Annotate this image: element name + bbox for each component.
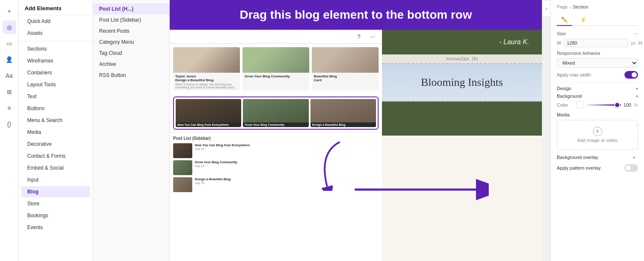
media-placeholder[interactable]: + Add image or video bbox=[557, 120, 638, 150]
assets-item[interactable]: Assets bbox=[21, 28, 90, 39]
color-swatch[interactable] bbox=[576, 101, 584, 109]
minmax-text: minmax(0px, 1fr) bbox=[446, 57, 478, 61]
blooming-section: Blooming Insights bbox=[382, 63, 542, 102]
page-icon-btn[interactable]: ▭ bbox=[3, 37, 16, 50]
sidebar-post-date-0: Sep 23 bbox=[195, 148, 250, 150]
width-input[interactable] bbox=[564, 39, 628, 47]
grid-icon-btn[interactable]: ⊞ bbox=[3, 85, 16, 99]
text-item[interactable]: Text bbox=[21, 91, 90, 102]
post-card-2[interactable]: Beautiful BlogCard bbox=[312, 47, 379, 91]
containers-item[interactable]: Containers bbox=[21, 67, 90, 78]
design-label: Design bbox=[557, 86, 571, 91]
style-tab[interactable]: ✏️ bbox=[557, 14, 572, 26]
h-card-label-1: Grow Your Blog Community bbox=[243, 122, 308, 127]
post-list-h-item[interactable]: Post List (H...) bbox=[93, 3, 169, 14]
breadcrumb: Page › Section bbox=[557, 4, 588, 9]
sidebar-post-img-1 bbox=[173, 160, 192, 175]
h-card-label-0: Now You Can Blog from Everywhere bbox=[176, 122, 241, 127]
canvas-toolbar: ? ··· bbox=[170, 30, 382, 44]
width-unit: px bbox=[631, 40, 636, 45]
post-card-meta-0: When it comes to design, the Wix blog ha… bbox=[173, 83, 240, 91]
store-item[interactable]: Store bbox=[21, 198, 90, 209]
code-icon-btn[interactable]: {} bbox=[3, 117, 16, 131]
width-label: W bbox=[557, 40, 561, 45]
h-card-2: Design a Beautiful Blog bbox=[311, 99, 376, 127]
post-card-1[interactable]: Grow Your Blog Community bbox=[242, 47, 309, 91]
background-row: Background ▾ bbox=[557, 94, 638, 99]
post-list-grid: Taylor JonesDesign a Beautiful Blog When… bbox=[170, 44, 382, 94]
post-card-img-0 bbox=[173, 47, 240, 73]
color-percent: % bbox=[634, 102, 638, 108]
apply-pattern-label: Apply pattern overlay bbox=[557, 165, 624, 170]
apply-max-width-toggle[interactable] bbox=[624, 71, 638, 79]
sidebar-section: Post List (Sidebar) Now You Can Blog fro… bbox=[170, 132, 382, 196]
collapse-right-panel-btn[interactable]: › bbox=[542, 0, 550, 17]
archive-item[interactable]: Archive bbox=[93, 59, 169, 70]
media-label: Media bbox=[557, 112, 638, 117]
minmax-bar: minmax(0px, 1fr) bbox=[382, 54, 542, 63]
tag-cloud-item[interactable]: Tag Cloud bbox=[93, 48, 169, 59]
instruction-banner: Drag this blog element to the bottom row bbox=[170, 0, 542, 30]
bookings-item[interactable]: Bookings bbox=[21, 210, 90, 221]
size-section-label: Size ··· bbox=[557, 31, 638, 36]
highlighted-post-row[interactable]: Now You Can Blog from Everywhere Grow Yo… bbox=[173, 96, 379, 130]
color-slider-thumb bbox=[614, 102, 620, 108]
quick-add-item[interactable]: Quick Add bbox=[21, 16, 90, 27]
blog-item[interactable]: Blog bbox=[21, 186, 90, 197]
behavior-tab[interactable]: ⚡ bbox=[576, 14, 591, 25]
decorative-item[interactable]: Decorative bbox=[21, 139, 90, 150]
font-icon-btn[interactable]: Aa bbox=[3, 69, 16, 82]
elements-icon-btn[interactable]: ◎ bbox=[3, 20, 16, 34]
more-icon[interactable]: ··· bbox=[368, 31, 378, 42]
responsive-select[interactable]: Mixed bbox=[557, 58, 638, 68]
right-panel: Page › Section ✏️ ⚡ Size ··· W px H px R… bbox=[550, 0, 644, 261]
media-item[interactable]: Media bbox=[21, 127, 90, 138]
bg-overlay-row: Background overlay ▾ bbox=[557, 153, 638, 162]
post-card-label-0: Taylor JonesDesign a Beautiful Blog bbox=[173, 73, 240, 83]
post-card-label-1: Grow Your Blog Community bbox=[242, 73, 309, 79]
size-more-icon[interactable]: ··· bbox=[634, 31, 638, 36]
blog-elements-area: ? ··· Taylor JonesDesign a Beautiful Blo… bbox=[170, 30, 382, 261]
background-chevron-icon[interactable]: ▾ bbox=[636, 94, 638, 99]
layout-tools-item[interactable]: Layout Tools bbox=[21, 79, 90, 90]
website-preview: - Laura K. minmax(0px, 1fr) Blooming Ins… bbox=[382, 30, 542, 261]
events-item[interactable]: Events bbox=[21, 222, 90, 233]
h-card-img-2 bbox=[311, 99, 376, 122]
bg-overlay-expand-icon[interactable]: ▾ bbox=[630, 153, 638, 162]
rss-button-item[interactable]: RSS Button bbox=[93, 70, 169, 81]
sections-item[interactable]: Sections bbox=[21, 43, 90, 54]
wireframes-item[interactable]: Wireframes bbox=[21, 55, 90, 66]
sidebar-post-title-2: Design a Beautiful Blog bbox=[195, 177, 231, 182]
buttons-item[interactable]: Buttons bbox=[21, 103, 90, 114]
width-row: W px H px bbox=[557, 39, 638, 47]
h-card-img-1 bbox=[243, 99, 308, 122]
recent-posts-item[interactable]: Recent Posts bbox=[93, 26, 169, 37]
sidebar-post-date-2: Sep 23 bbox=[195, 182, 231, 184]
canvas-content: ? ··· Taylor JonesDesign a Beautiful Blo… bbox=[170, 30, 542, 261]
add-elements-panel: Add Elements Quick Add Assets Sections W… bbox=[19, 0, 93, 261]
add-icon-btn[interactable]: + bbox=[3, 4, 16, 18]
sidebar-post-img-2 bbox=[173, 177, 192, 192]
sidebar-post-img-0 bbox=[173, 143, 192, 158]
contact-forms-item[interactable]: Contact & Forms bbox=[21, 150, 90, 162]
menu-search-item[interactable]: Menu & Search bbox=[21, 115, 90, 126]
apply-pattern-toggle[interactable] bbox=[624, 164, 638, 172]
input-item[interactable]: Input bbox=[21, 174, 90, 185]
color-row: Color 100 % bbox=[557, 101, 638, 109]
embed-social-item[interactable]: Embed & Social bbox=[21, 162, 90, 173]
color-slider[interactable] bbox=[587, 104, 621, 106]
blooming-title: Blooming Insights bbox=[421, 76, 503, 88]
design-chevron-icon[interactable]: ▾ bbox=[636, 86, 638, 91]
post-list-sidebar-item[interactable]: Post List (Sidebar) bbox=[93, 14, 169, 26]
drag-arrow-down bbox=[314, 140, 348, 193]
table-icon-btn[interactable]: ≡ bbox=[3, 101, 16, 115]
responsive-label: Responsive behavior bbox=[557, 51, 638, 56]
sidebar-post-title-1: Grow Your Blog Community bbox=[195, 160, 237, 165]
category-menu-item[interactable]: Category Menu bbox=[93, 37, 169, 48]
question-icon[interactable]: ? bbox=[354, 31, 364, 42]
breadcrumb-page[interactable]: Page bbox=[557, 4, 568, 9]
panel-title: Add Elements bbox=[19, 0, 93, 15]
person-icon-btn[interactable]: 👤 bbox=[3, 53, 16, 66]
drag-arrow-right bbox=[353, 177, 489, 204]
post-card-0[interactable]: Taylor JonesDesign a Beautiful Blog When… bbox=[173, 47, 240, 91]
